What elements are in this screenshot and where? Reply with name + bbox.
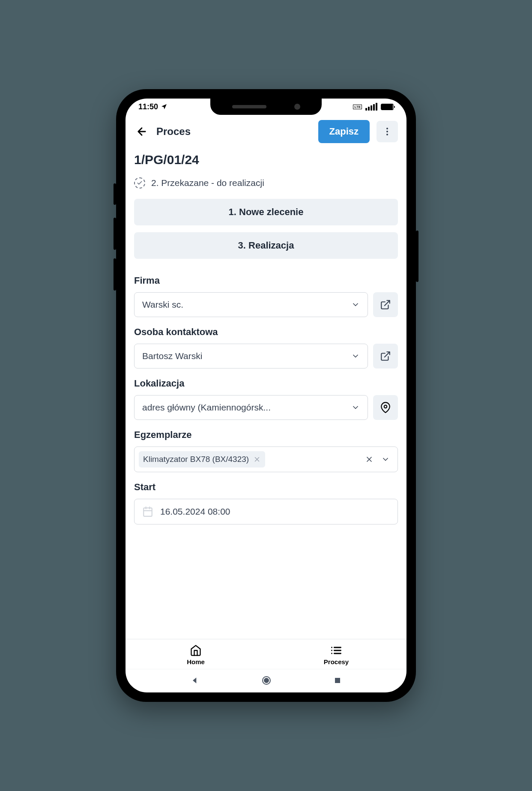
location-label: Lokalizacja [134,378,398,389]
status-row: 2. Przekazane - do realizacji [134,177,398,189]
contact-value: Bartosz Warski [142,351,202,361]
location-map-button[interactable] [373,395,398,420]
stage-button-new[interactable]: 1. Nowe zlecenie [134,199,398,225]
nav-procesy[interactable]: Procesy [266,639,406,669]
circle-icon [261,675,272,686]
close-icon [253,455,261,463]
item-tag-remove[interactable] [253,455,261,463]
nav-procesy-label: Procesy [324,658,349,665]
list-icon [330,644,342,656]
start-date-field[interactable]: 16.05.2024 08:00 [134,499,398,524]
start-date-value: 16.05.2024 08:00 [160,506,230,517]
items-label: Egzemplarze [134,429,398,440]
company-value: Warski sc. [142,300,183,310]
items-field[interactable]: Klimatyzator BX78 (BX/4323) [134,446,398,472]
square-icon [334,677,341,684]
lte-indicator: LTE [353,105,362,109]
chevron-down-icon [381,455,390,464]
svg-point-0 [386,128,388,129]
external-link-icon [380,351,391,362]
location-select[interactable]: adres główny (Kamiennogórsk... [134,395,368,420]
item-tag-label: Klimatyzator BX78 (BX/4323) [143,455,249,464]
status-text: 2. Przekazane - do realizacji [151,178,264,188]
nav-home[interactable]: Home [126,639,266,669]
save-button[interactable]: Zapisz [318,120,370,143]
android-recent-button[interactable] [334,677,341,684]
android-nav [126,669,406,692]
stage-button-realization[interactable]: 3. Realizacja [134,232,398,259]
items-clear-button[interactable] [365,455,374,464]
nav-home-label: Home [187,658,205,665]
svg-point-1 [386,131,388,132]
start-label: Start [134,482,398,493]
company-select[interactable]: Warski sc. [134,292,368,317]
header-title: Proces [156,126,311,138]
svg-point-6 [264,678,269,683]
arrow-left-icon [136,126,148,138]
company-label: Firma [134,275,398,286]
more-vertical-icon [382,126,392,137]
android-home-button[interactable] [261,675,272,686]
contact-label: Osoba kontaktowa [134,327,398,338]
chevron-down-icon [351,403,360,412]
svg-point-2 [386,134,388,135]
svg-point-3 [384,405,387,408]
signal-icon [365,103,377,111]
contact-open-button[interactable] [373,344,398,369]
svg-rect-4 [143,508,152,516]
items-expand-button[interactable] [381,455,390,464]
contact-select[interactable]: Bartosz Warski [134,344,368,369]
map-pin-icon [380,402,391,413]
android-back-button[interactable] [191,676,199,685]
home-icon [190,644,202,656]
location-arrow-icon [161,103,167,110]
item-tag: Klimatyzator BX78 (BX/4323) [139,451,265,467]
status-check-icon [134,177,145,189]
chevron-down-icon [351,352,360,360]
svg-rect-7 [335,678,340,683]
chevron-down-icon [351,300,360,309]
close-icon [365,455,374,464]
calendar-icon [142,506,153,517]
company-open-button[interactable] [373,292,398,317]
bottom-nav: Home Procesy [126,639,406,669]
document-number: 1/PG/01/24 [134,153,398,167]
status-time: 11:50 [138,102,158,111]
location-value: adres główny (Kamiennogórsk... [142,402,271,413]
back-button[interactable] [134,124,149,139]
battery-icon [381,104,394,110]
more-button[interactable] [377,121,398,142]
external-link-icon [380,299,391,310]
triangle-left-icon [191,676,199,685]
